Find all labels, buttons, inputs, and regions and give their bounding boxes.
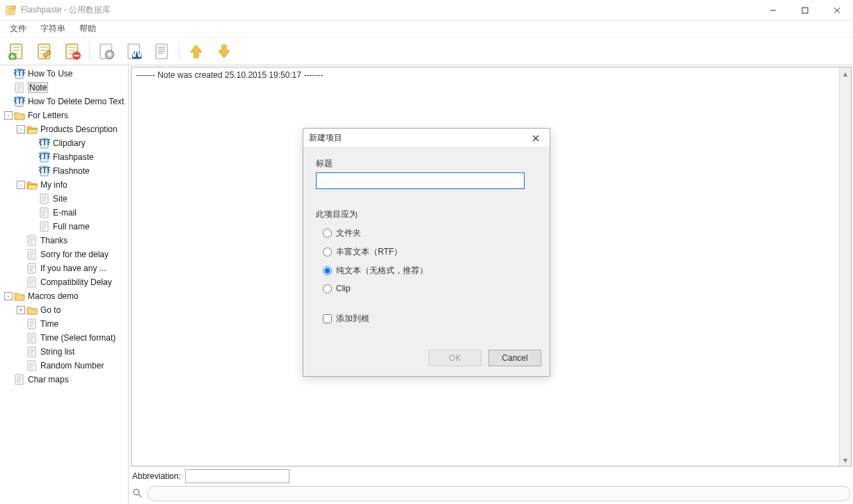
rtf-icon: [39, 165, 50, 177]
collapse-icon[interactable]: -: [17, 125, 25, 133]
expander-spacer: [4, 83, 13, 92]
toolbar-settings-button[interactable]: [94, 40, 119, 63]
window-title: Flashpaste - 公用数据库: [21, 4, 111, 16]
menu-bar: 文件 字符串 帮助: [0, 21, 853, 38]
folder-open-icon: [26, 124, 38, 135]
arrow-down-icon: [216, 43, 232, 60]
tree-item[interactable]: Site: [0, 192, 128, 206]
abbreviation-row: Abbreviation:: [132, 469, 850, 483]
tree-item[interactable]: -Products Description: [0, 122, 128, 136]
expander-spacer: [29, 222, 38, 231]
tree-item[interactable]: If you have any ...: [0, 261, 128, 275]
tree-item[interactable]: Time (Select format): [0, 331, 128, 345]
tree-item[interactable]: Thanks: [0, 234, 128, 247]
tree-item-label: Clipdiary: [53, 138, 86, 148]
abbreviation-input[interactable]: [185, 469, 289, 483]
radio-rtf[interactable]: 丰富文本（RTF）: [323, 246, 537, 258]
tree-item[interactable]: Time: [0, 317, 128, 331]
minimize-button[interactable]: [757, 0, 789, 21]
gear-icon: [98, 43, 115, 60]
folder-icon: [14, 291, 25, 302]
tree-item[interactable]: -My info: [0, 178, 128, 192]
rtf-icon: [39, 152, 50, 163]
collapse-icon[interactable]: -: [4, 111, 13, 120]
search-input[interactable]: [148, 486, 850, 501]
dialog-close-button[interactable]: [527, 131, 544, 145]
expander-spacer: [17, 264, 25, 273]
dialog-ok-button[interactable]: OK: [429, 350, 481, 366]
radio-folder[interactable]: 文件夹: [323, 227, 537, 239]
tree-item[interactable]: Clipdiary: [0, 136, 128, 150]
collapse-icon[interactable]: -: [4, 292, 13, 300]
rtf-icon: [39, 138, 50, 149]
tree-item-label: Site: [53, 194, 67, 204]
tree-item-label: Flashnote: [53, 166, 90, 176]
expander-spacer: [29, 153, 38, 161]
tree-item[interactable]: Full name: [0, 220, 128, 234]
folder-icon: [14, 110, 25, 121]
word-icon: [126, 43, 143, 60]
tree-item-label: For Letters: [28, 111, 68, 120]
toolbar-movedown-button[interactable]: [212, 40, 237, 63]
tree-item[interactable]: Flashnote: [0, 164, 128, 178]
maximize-button[interactable]: [789, 0, 821, 21]
dialog-cancel-button[interactable]: Cancel: [488, 350, 541, 366]
expander-spacer: [17, 320, 25, 328]
toolbar-moveup-button[interactable]: [184, 40, 209, 63]
folder-icon: [26, 304, 38, 316]
dialog-title-label: 标题: [316, 158, 537, 170]
scroll-down-icon[interactable]: ▾: [840, 454, 851, 466]
tree-item[interactable]: Compatibility Delay: [0, 275, 128, 289]
tree-item[interactable]: Random Number: [0, 359, 128, 373]
content-scrollbar[interactable]: ▴ ▾: [839, 67, 851, 466]
txt-icon: [14, 82, 25, 93]
tree-item-label: Char maps: [28, 375, 69, 384]
txt-icon: [26, 249, 38, 260]
close-button[interactable]: [821, 0, 853, 21]
tree-item[interactable]: Note: [0, 81, 128, 95]
checkbox-addroot[interactable]: 添加到根: [323, 313, 537, 325]
toolbar-word-button[interactable]: [122, 40, 147, 63]
tree-pane[interactable]: How To UseNoteHow To Delete Demo Text-Fo…: [0, 65, 129, 504]
expand-icon[interactable]: +: [17, 306, 25, 314]
radio-clip[interactable]: Clip: [323, 284, 537, 293]
tree-item-label: How To Use: [28, 69, 72, 79]
search-row: [132, 486, 850, 501]
toolbar-edit-button[interactable]: [32, 40, 57, 63]
tree-item-label: Time (Select format): [40, 333, 115, 343]
tree-item[interactable]: -Macros demo: [0, 289, 128, 303]
scroll-up-icon[interactable]: ▴: [840, 67, 851, 79]
expander-spacer: [17, 348, 25, 356]
tree-item[interactable]: +Go to: [0, 303, 128, 317]
tree-item-label: Products Description: [40, 124, 118, 134]
tree-item-label: Go to: [40, 305, 61, 315]
arrow-up-icon: [188, 43, 205, 60]
dialog-titlebar[interactable]: 新建项目: [303, 129, 550, 148]
tree-item[interactable]: Flashpaste: [0, 150, 128, 164]
radio-plain[interactable]: 纯文本（无格式，推荐）: [323, 265, 537, 277]
tree-item[interactable]: Char maps: [0, 373, 128, 387]
expander-spacer: [17, 236, 25, 245]
tree-item[interactable]: How To Delete Demo Text: [0, 95, 128, 108]
tree-item-label: My info: [40, 180, 67, 190]
tree-item[interactable]: -For Letters: [0, 108, 128, 122]
toolbar-txt-button[interactable]: [150, 40, 175, 63]
tree-item[interactable]: Sorry for the delay: [0, 247, 128, 261]
toolbar-delete-button[interactable]: [60, 40, 85, 63]
menu-help[interactable]: 帮助: [72, 21, 103, 37]
doc-edit-icon: [36, 43, 53, 60]
tree-item[interactable]: How To Use: [0, 67, 128, 81]
menu-strings[interactable]: 字符串: [33, 21, 72, 37]
toolbar: [0, 38, 853, 65]
dialog-title-input[interactable]: [316, 172, 525, 189]
txt-icon: [26, 235, 38, 246]
tree-item[interactable]: String list: [0, 345, 128, 359]
menu-file[interactable]: 文件: [3, 21, 33, 37]
tree-item[interactable]: E-mail: [0, 206, 128, 220]
new-item-dialog: 新建项目 标题 此项目应为 文件夹 丰富文本（RTF） 纯文本（无格式，推荐） …: [303, 128, 550, 377]
tree-item-label: Macros demo: [28, 291, 79, 301]
expander-spacer: [4, 375, 13, 384]
collapse-icon[interactable]: -: [17, 181, 25, 189]
toolbar-new-button[interactable]: [4, 40, 29, 63]
rtf-icon: [14, 68, 25, 79]
